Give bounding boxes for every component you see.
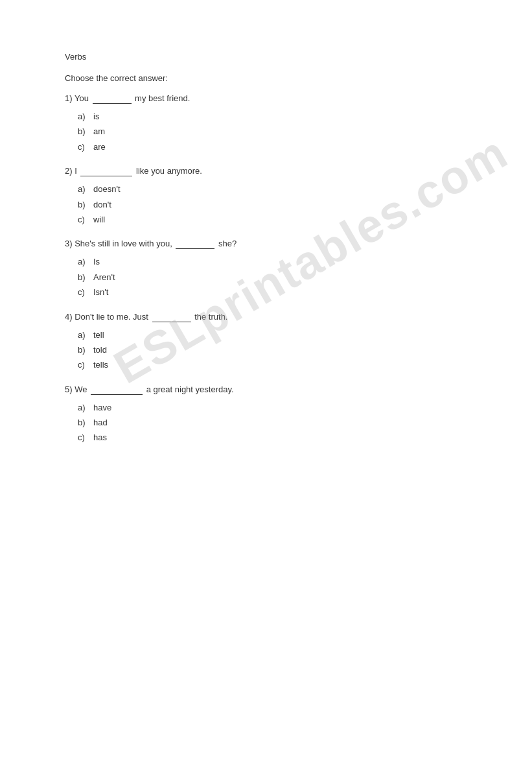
question-block: 4) Don't lie to me. Just the truth.a)tel…: [65, 312, 467, 373]
blank-3: [176, 239, 214, 249]
question-text-4: 4) Don't lie to me. Just the truth.: [65, 312, 467, 322]
question-block: 3) She's still in love with you, she?a)I…: [65, 239, 467, 300]
option-label: a): [78, 254, 91, 269]
option-label: b): [78, 415, 91, 430]
option-label: c): [78, 139, 91, 154]
option-label: c): [78, 357, 91, 372]
option-text: don't: [93, 197, 111, 212]
instruction-text: Choose the correct answer:: [65, 73, 467, 83]
option-label: a): [78, 400, 91, 415]
option-item-5-1: a)have: [78, 400, 467, 415]
option-label: a): [78, 327, 91, 342]
option-text: doesn't: [93, 182, 121, 196]
option-item-1-2: b)am: [78, 124, 467, 139]
option-item-3-3: c)Isn't: [78, 285, 467, 300]
question-block: 2) I like you anymore.a)doesn'tb)don'tc)…: [65, 166, 467, 227]
option-item-1-1: a)is: [78, 109, 467, 124]
option-item-2-3: c)will: [78, 212, 467, 227]
option-text: Isn't: [93, 285, 108, 300]
option-text: is: [93, 109, 99, 124]
option-item-4-3: c)tells: [78, 357, 467, 372]
option-item-3-2: b)Aren't: [78, 270, 467, 285]
option-label: c): [78, 212, 91, 227]
option-text: are: [93, 139, 106, 154]
question-text-2: 2) I like you anymore.: [65, 166, 467, 176]
option-text: Is: [93, 254, 100, 269]
option-item-2-2: b)don't: [78, 197, 467, 212]
question-text-1: 1) You my best friend.: [65, 93, 467, 104]
option-item-1-3: c)are: [78, 139, 467, 154]
section-title: Verbs: [65, 52, 467, 62]
question-block: 1) You my best friend.a)isb)amc)are: [65, 93, 467, 154]
option-item-4-2: b)told: [78, 342, 467, 357]
option-label: a): [78, 109, 91, 124]
option-label: b): [78, 342, 91, 357]
option-text: tells: [93, 357, 108, 372]
options-list-1: a)isb)amc)are: [78, 109, 467, 154]
option-text: have: [93, 400, 111, 415]
option-text: told: [93, 342, 107, 357]
option-label: b): [78, 124, 91, 139]
options-list-5: a)haveb)hadc)has: [78, 400, 467, 445]
blank-5: [91, 385, 143, 395]
option-text: am: [93, 124, 105, 139]
option-item-3-1: a)Is: [78, 254, 467, 269]
option-label: b): [78, 197, 91, 212]
blank-1: [93, 93, 132, 104]
option-label: c): [78, 430, 91, 445]
question-text-3: 3) She's still in love with you, she?: [65, 239, 467, 249]
option-text: will: [93, 212, 105, 227]
option-item-5-3: c)has: [78, 430, 467, 445]
page: ESLprintables.com Verbs Choose the corre…: [0, 0, 532, 509]
options-list-2: a)doesn'tb)don'tc)will: [78, 182, 467, 227]
option-label: c): [78, 285, 91, 300]
option-item-5-2: b)had: [78, 415, 467, 430]
blank-4: [152, 312, 191, 322]
option-item-4-1: a)tell: [78, 327, 467, 342]
blank-2: [80, 166, 132, 176]
options-list-3: a)Isb)Aren'tc)Isn't: [78, 254, 467, 300]
option-label: a): [78, 182, 91, 196]
option-item-2-1: a)doesn't: [78, 182, 467, 196]
option-label: b): [78, 270, 91, 285]
options-list-4: a)tellb)toldc)tells: [78, 327, 467, 373]
option-text: had: [93, 415, 108, 430]
questions-container: 1) You my best friend.a)isb)amc)are2) I …: [65, 93, 467, 445]
option-text: has: [93, 430, 107, 445]
option-text: Aren't: [93, 270, 115, 285]
question-text-5: 5) We a great night yesterday.: [65, 385, 467, 395]
option-text: tell: [93, 327, 104, 342]
question-block: 5) We a great night yesterday.a)haveb)ha…: [65, 385, 467, 445]
